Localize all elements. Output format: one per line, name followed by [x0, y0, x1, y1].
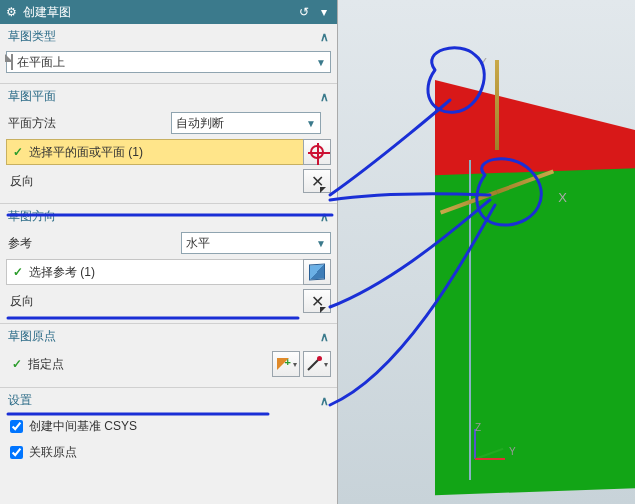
point-line-icon — [306, 356, 322, 372]
plane-icon — [11, 55, 13, 69]
sketch-type-dropdown[interactable]: 在平面上 ▼ — [6, 51, 331, 73]
gear-icon[interactable]: ⚙ — [6, 5, 17, 19]
group-header-sketch-plane[interactable]: 草图平面 ∧ — [0, 84, 337, 109]
reset-icon[interactable]: ↺ — [295, 3, 313, 21]
collapse-icon: ∧ — [320, 330, 329, 344]
checkbox-input[interactable] — [10, 420, 23, 433]
point-cursor-button[interactable]: +▾ — [272, 351, 300, 377]
dropdown-arrow-icon: ▼ — [316, 57, 326, 68]
target-button[interactable] — [303, 139, 331, 165]
chevron-down-icon: ▾ — [293, 360, 297, 369]
collapse-icon: ∧ — [320, 394, 329, 408]
plane-method-dropdown[interactable]: 自动判断 ▼ — [171, 112, 321, 134]
reverse-icon: ✕ — [311, 292, 324, 311]
cube-button[interactable] — [303, 259, 331, 285]
reverse-orient-button[interactable]: ✕ — [303, 289, 331, 313]
reference-dropdown[interactable]: 水平 ▼ — [181, 232, 331, 254]
checkbox-create-csys[interactable]: 创建中间基准 CSYS — [6, 415, 331, 437]
3d-viewport[interactable]: Y X Z Y — [338, 0, 635, 504]
reverse-icon: ✕ — [311, 172, 324, 191]
group-sketch-plane: 草图平面 ∧ 平面方法 自动判断 ▼ ✓ 选择平的面或平面 (1) 反向 ✕ — [0, 84, 337, 204]
select-planar-face[interactable]: ✓ 选择平的面或平面 (1) — [6, 139, 304, 165]
dialog-title: 创建草图 — [23, 4, 293, 21]
group-sketch-type: 草图类型 ∧ 在平面上 ▼ — [0, 24, 337, 84]
chevron-down-icon[interactable]: ▾ — [315, 3, 333, 21]
group-header-sketch-type[interactable]: 草图类型 ∧ — [0, 24, 337, 49]
reverse-plane-button[interactable]: ✕ — [303, 169, 331, 193]
check-icon: ✓ — [13, 145, 23, 159]
view-triad: Z Y — [465, 424, 515, 474]
target-icon — [310, 145, 324, 159]
y-axis-label: Y — [478, 55, 487, 70]
chevron-down-icon: ▾ — [324, 360, 328, 369]
dropdown-arrow-icon: ▼ — [306, 118, 316, 129]
reverse-orient-label: 反向 — [6, 293, 303, 310]
reference-label: 参考 — [6, 235, 157, 252]
collapse-icon: ∧ — [320, 90, 329, 104]
group-header-sketch-origin[interactable]: 草图原点 ∧ — [0, 324, 337, 349]
collapse-icon: ∧ — [320, 30, 329, 44]
checkbox-input[interactable] — [10, 446, 23, 459]
plane-method-label: 平面方法 — [6, 115, 171, 132]
cube-icon — [309, 263, 325, 280]
check-icon: ✓ — [12, 357, 22, 371]
dropdown-arrow-icon: ▼ — [316, 238, 326, 249]
group-header-settings[interactable]: 设置 ∧ — [0, 388, 337, 413]
point-constructor-button[interactable]: ▾ — [303, 351, 331, 377]
group-sketch-origin: 草图原点 ∧ ✓ 指定点 +▾ ▾ — [0, 324, 337, 388]
group-sketch-orientation: 草图方向 ∧ 参考 水平 ▼ ✓ 选择参考 (1) 反向 ✕ — [0, 204, 337, 324]
select-reference[interactable]: ✓ 选择参考 (1) — [6, 259, 304, 285]
checkbox-associate-origin[interactable]: 关联原点 — [6, 441, 331, 463]
group-settings: 设置 ∧ 创建中间基准 CSYS 关联原点 — [0, 388, 337, 473]
dialog-titlebar: ⚙ 创建草图 ↺ ▾ — [0, 0, 337, 24]
reverse-plane-label: 反向 — [6, 173, 303, 190]
x-axis-label: X — [558, 190, 567, 205]
sketch-dialog: ⚙ 创建草图 ↺ ▾ 草图类型 ∧ 在平面上 ▼ 草图平面 ∧ 平面方法 — [0, 0, 338, 504]
specify-point[interactable]: ✓ 指定点 — [6, 351, 273, 377]
collapse-icon: ∧ — [320, 210, 329, 224]
group-header-sketch-orientation[interactable]: 草图方向 ∧ — [0, 204, 337, 229]
check-icon: ✓ — [13, 265, 23, 279]
cursor-plus-icon: + — [275, 356, 291, 372]
